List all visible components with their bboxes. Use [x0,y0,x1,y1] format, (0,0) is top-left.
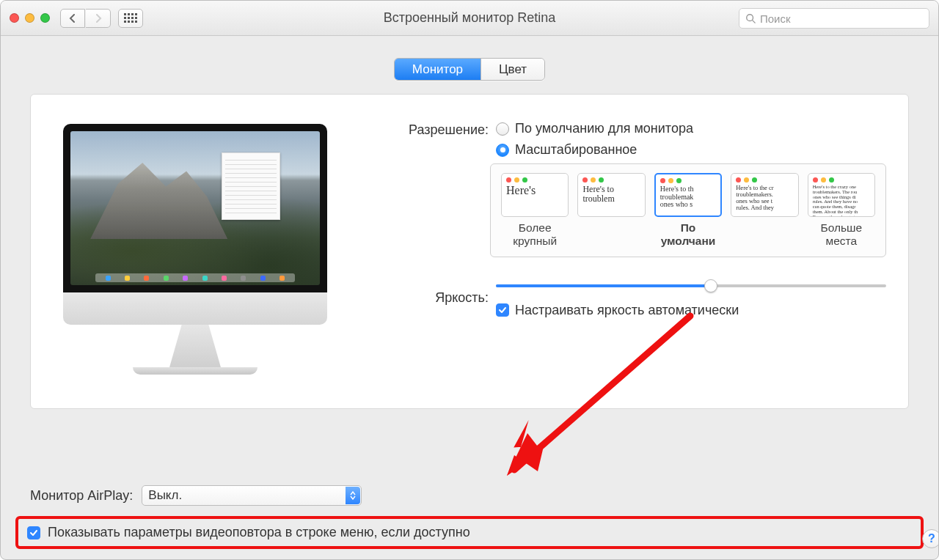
scale-option-3[interactable]: Here's to th troublemak ones who sПоумол… [654,173,722,248]
window-controls [10,13,50,23]
search-icon [745,13,756,23]
mirroring-highlight: Показывать параметры видеоповтора в стро… [15,516,924,549]
minimize-icon[interactable] [25,13,34,23]
auto-brightness-checkbox[interactable]: Настраивать яркость автоматически [496,303,886,318]
chevron-right-icon [95,14,102,23]
scale-thumb: Here's to the crazy one troublemakers. T… [808,173,875,217]
airplay-select[interactable]: Выкл. [142,485,362,506]
select-stepper-icon [346,487,360,504]
scale-options: Here'sБолеекрупныйHere's to troublemHere… [490,163,886,257]
svg-marker-3 [511,419,550,474]
scale-thumb: Here's to the cr troublemakers. ones who… [731,173,798,217]
settings-column: Разрешение: По умолчанию для монитора Ма… [357,117,886,383]
chevron-left-icon [69,14,76,23]
titlebar: Встроенный монитор Retina [1,1,938,36]
resolution-scaled-label: Масштабированное [515,142,637,158]
show-all-button[interactable] [118,9,143,28]
help-button[interactable]: ? [922,529,939,548]
search-input[interactable] [760,12,923,25]
bottom-area: Монитор AirPlay: Выкл. Показывать параме… [15,485,924,549]
preferences-window: Встроенный монитор Retina Монитор Цвет [0,0,939,560]
window-body: Монитор Цвет [1,36,938,416]
resolution-default-label: По умолчанию для монитора [515,121,693,136]
resolution-default-radio[interactable]: По умолчанию для монитора [496,121,886,136]
resolution-scaled-radio[interactable]: Масштабированное [496,142,886,158]
radio-checked-icon [496,144,509,157]
scale-option-label: Большеместа [808,221,875,248]
tab-color[interactable]: Цвет [481,59,544,80]
back-button[interactable] [60,9,85,28]
maximize-icon[interactable] [40,13,50,23]
brightness-slider[interactable] [496,279,886,292]
scale-thumb: Here's to th troublemak ones who s [654,173,722,217]
scale-option-2[interactable]: Here's to troublem [577,173,645,248]
scale-option-1[interactable]: Here'sБолеекрупный [501,173,569,248]
auto-brightness-label: Настраивать яркость автоматически [515,303,739,318]
scale-option-label: Болеекрупный [501,221,569,248]
svg-line-1 [753,21,756,23]
slider-thumb-icon[interactable] [704,279,717,292]
close-icon[interactable] [10,13,19,23]
checkbox-checked-icon[interactable] [27,526,40,539]
search-field[interactable] [739,8,929,29]
scale-thumb: Here's [501,173,569,217]
airplay-label: Монитор AirPlay: [30,488,133,504]
resolution-label: Разрешение: [357,121,496,138]
grid-icon [124,13,137,23]
tab-bar: Монитор Цвет [30,58,909,81]
settings-panel: Разрешение: По умолчанию для монитора Ма… [30,94,909,409]
tab-display[interactable]: Монитор [395,59,481,80]
checkbox-checked-icon [496,303,509,317]
wallpaper-preview [70,131,320,285]
airplay-value: Выкл. [148,488,182,503]
scale-option-label: Поумолчани [654,221,722,248]
scale-option-5[interactable]: Here's to the crazy one troublemakers. T… [808,173,875,248]
radio-icon [496,122,509,136]
nav-buttons [60,9,111,28]
brightness-label: Яркость: [357,289,496,306]
mirroring-label: Показывать параметры видеоповтора в стро… [48,525,470,540]
scale-option-4[interactable]: Here's to the cr troublemakers. ones who… [731,173,798,248]
monitor-illustration [56,117,335,383]
forward-button[interactable] [86,9,111,28]
scale-thumb: Here's to troublem [577,173,645,217]
